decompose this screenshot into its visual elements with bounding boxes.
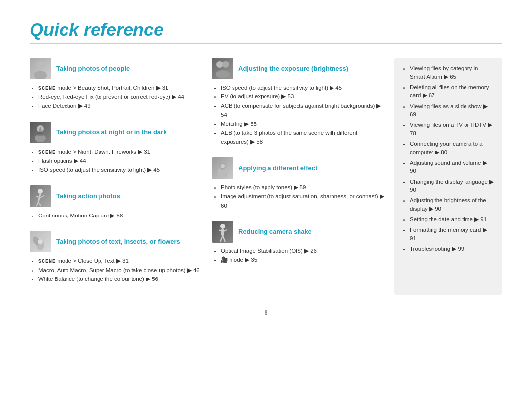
section-exposure-header: Adjusting the exposure (brightness) (212, 58, 384, 79)
section-night-header: Taking photos at night or in the dark (30, 122, 202, 143)
list-item: Red-eye, Red-eye Fix (to prevent or corr… (38, 93, 202, 101)
list-item: AEB (to take 3 photos of the same scene … (221, 128, 384, 147)
list-item: ISO speed (to adjust the sensitivity to … (221, 83, 384, 92)
svg-rect-21 (221, 229, 224, 236)
section-night-body: SCENE mode > Night, Dawn, Fireworks ▶ 31… (30, 147, 202, 175)
svg-point-14 (216, 61, 223, 68)
section-exposure-body: ISO speed (to adjust the sensitivity to … (212, 83, 384, 147)
action-svg (30, 185, 51, 207)
section-action-title: Taking action photos (56, 192, 120, 200)
icon-night (30, 122, 51, 143)
sidebar-list-item: Viewing files by category in Smart Album… (410, 64, 495, 81)
section-people-body: SCENE mode > Beauty Shot, Portrait, Chil… (30, 83, 202, 111)
svg-line-23 (223, 236, 225, 242)
list-item: SCENE mode > Beauty Shot, Portrait, Chil… (38, 83, 202, 93)
section-shake-title: Reducing camera shake (238, 228, 312, 235)
section-shake-body: Optical Image Stabilisation (OIS) ▶ 26 🎥… (212, 247, 384, 265)
section-shake-header: Reducing camera shake (212, 221, 384, 243)
sidebar-list-item: Viewing files as a slide show ▶ 69 (410, 102, 495, 119)
section-flowers: Taking photos of text, insects, or flowe… (30, 231, 202, 284)
list-item: Continuous, Motion Capture ▶ 58 (38, 211, 202, 220)
section-action-header: Taking action photos (30, 185, 202, 207)
svg-point-16 (216, 70, 230, 78)
svg-line-9 (36, 202, 38, 206)
exposure-svg (212, 58, 233, 79)
section-people: Taking photos of people SCENE mode > Bea… (30, 58, 202, 111)
svg-line-7 (40, 195, 44, 198)
section-flowers-title: Taking photos of text, insects, or flowe… (56, 238, 180, 245)
icon-shake (212, 221, 233, 243)
icon-exposure (212, 58, 233, 79)
list-item: SCENE mode > Night, Dawn, Fireworks ▶ 31 (38, 147, 202, 156)
flowers-svg (30, 231, 51, 252)
list-item: Photo styles (to apply tones) ▶ 59 (221, 183, 384, 192)
list-item: Face Detection ▶ 49 (38, 101, 202, 110)
section-effect: Applying a different effect Photo styles… (212, 157, 384, 210)
sidebar-list-item: Setting the date and time ▶ 91 (410, 216, 495, 224)
svg-point-1 (34, 71, 47, 79)
section-exposure: Adjusting the exposure (brightness) ISO … (212, 58, 384, 147)
list-item: 🎥 mode ▶ 35 (221, 255, 384, 264)
page-title: Quick reference (30, 20, 502, 40)
section-flowers-body: SCENE mode > Close Up, Text ▶ 31 Macro, … (30, 256, 202, 284)
sidebar-list-item: Deleting all files on the memory card ▶ … (410, 83, 495, 99)
people-svg (30, 58, 51, 79)
section-night: Taking photos at night or in the dark SC… (30, 122, 202, 175)
list-item: White Balance (to change the colour tone… (38, 275, 202, 283)
list-item: EV (to adjust exposure) ▶ 53 (221, 92, 384, 101)
section-effect-header: Applying a different effect (212, 157, 384, 179)
shake-svg (212, 221, 233, 243)
page-number: 8 (30, 309, 502, 316)
section-effect-title: Applying a different effect (238, 164, 317, 172)
svg-point-5 (38, 189, 43, 194)
icon-people (30, 58, 51, 79)
section-exposure-title: Adjusting the exposure (brightness) (238, 65, 348, 72)
section-people-header: Taking photos of people (30, 58, 202, 79)
sidebar-list-item: Adjusting sound and volume ▶ 90 (410, 159, 495, 175)
list-item: Macro, Auto Macro, Super Macro (to take … (38, 266, 202, 275)
section-people-title: Taking photos of people (56, 65, 130, 72)
sidebar-list-item: Changing the display language ▶ 90 (410, 178, 495, 194)
right-sidebar: Viewing files by category in Smart Album… (394, 58, 502, 295)
icon-action (30, 185, 51, 207)
svg-line-22 (220, 236, 223, 242)
icon-effect (212, 157, 233, 179)
list-item: Optical Image Stabilisation (OIS) ▶ 26 (221, 247, 384, 255)
list-item: Flash options ▶ 44 (38, 156, 202, 165)
svg-point-15 (222, 61, 229, 68)
sidebar-list-item: Adjusting the brightness of the display … (410, 196, 495, 213)
svg-point-13 (38, 239, 43, 244)
svg-point-19 (221, 164, 225, 168)
icon-flowers (30, 231, 51, 252)
svg-point-0 (36, 61, 44, 68)
list-item: SCENE mode > Close Up, Text ▶ 31 (38, 256, 202, 266)
sidebar-list-item: Viewing files on a TV or HDTV ▶ 78 (410, 121, 495, 137)
section-action: Taking action photos Continuous, Motion … (30, 185, 202, 220)
sidebar-list-item: Troubleshooting ▶ 99 (410, 245, 495, 253)
sidebar-list: Viewing files by category in Smart Album… (402, 64, 495, 253)
section-flowers-header: Taking photos of text, insects, or flowe… (30, 231, 202, 252)
title-divider (30, 43, 502, 44)
list-item: ACB (to compensate for subjects against … (221, 101, 384, 120)
sidebar-list-item: Formatting the memory card ▶ 91 (410, 226, 495, 242)
section-night-title: Taking photos at night or in the dark (56, 128, 166, 136)
svg-line-10 (38, 202, 41, 206)
section-effect-body: Photo styles (to apply tones) ▶ 59 Image… (212, 183, 384, 210)
main-layout: Taking photos of people SCENE mode > Bea… (30, 58, 502, 295)
list-item: Image adjustment (to adjust saturation, … (221, 192, 384, 210)
night-svg (30, 122, 51, 143)
list-item: Metering ▶ 55 (221, 120, 384, 128)
sidebar-list-item: Connecting your camera to a computer ▶ 8… (410, 140, 495, 156)
effect-svg (212, 157, 233, 179)
left-column: Taking photos of people SCENE mode > Bea… (30, 58, 202, 295)
section-shake: Reducing camera shake Optical Image Stab… (212, 221, 384, 265)
svg-point-20 (220, 224, 225, 229)
middle-column: Adjusting the exposure (brightness) ISO … (212, 58, 384, 295)
list-item: ISO speed (to adjust the sensitivity to … (38, 165, 202, 174)
section-action-body: Continuous, Motion Capture ▶ 58 (30, 211, 202, 220)
